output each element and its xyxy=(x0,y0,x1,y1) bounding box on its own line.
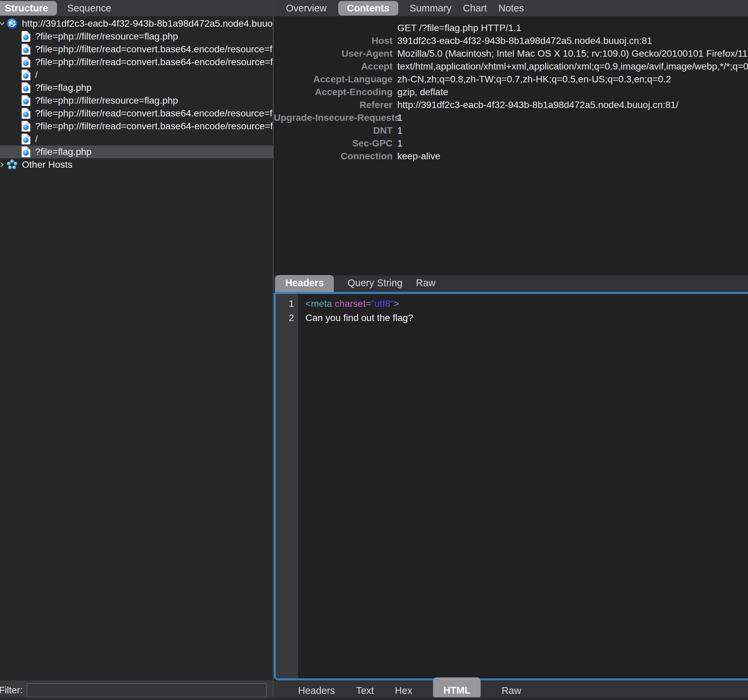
other-hosts-label: Other Hosts xyxy=(22,159,72,170)
tree-item[interactable]: ?file=flag.php xyxy=(0,81,273,94)
code-text: Can you find out the flag? xyxy=(298,311,413,325)
header-row: Accept-Languagezh-CN,zh;q=0.8,zh-TW;q=0.… xyxy=(274,73,748,86)
header-row: Accept-Encodinggzip, deflate xyxy=(274,86,748,99)
request-view-tabbar: HeadersQuery StringRaw xyxy=(274,275,748,292)
request-view-tab-headers[interactable]: Headers xyxy=(275,275,334,292)
tree-item-label: ?file=php://filter/read=convert.base64-e… xyxy=(35,57,273,67)
tree-root-host[interactable]: http://391df2c3-eacb-4f32-943b-8b1a98d47… xyxy=(0,17,273,30)
contents-tabbar: OverviewContentsSummaryChartNotes xyxy=(274,0,748,16)
header-name: Accept xyxy=(274,61,392,72)
header-name: Sec-GPC xyxy=(274,138,392,149)
response-view-tab-text[interactable]: Text xyxy=(356,685,374,696)
tree-item-label: ?file=flag.php xyxy=(35,146,91,157)
header-name: Upgrade-Insecure-Requests xyxy=(274,112,392,123)
response-body-editor[interactable]: 1<meta charset="utf8">2Can you find out … xyxy=(274,292,748,680)
header-value: 1 xyxy=(397,138,403,149)
tree-item-label: / xyxy=(35,70,38,80)
response-view-tab-html[interactable]: HTML xyxy=(433,683,480,698)
line-number: 2 xyxy=(276,311,298,325)
left-tabbar: StructureSequence xyxy=(0,0,273,16)
header-value: 1 xyxy=(397,125,403,136)
code-line: 2Can you find out the flag? xyxy=(276,311,748,325)
tree-item[interactable]: ?file=php://filter/read=convert.base64-e… xyxy=(0,56,273,68)
response-view-tab-raw[interactable]: Raw xyxy=(502,685,521,696)
header-name: Referer xyxy=(274,100,392,110)
header-name: Accept-Encoding xyxy=(274,87,392,97)
header-value: gzip, deflate xyxy=(397,87,448,97)
header-name: Accept-Language xyxy=(274,74,392,85)
code-token: "utf8" xyxy=(371,298,394,309)
header-value: 1 xyxy=(397,112,403,123)
tree-item-label: ?file=php://filter/resource=flag.php xyxy=(35,95,178,106)
tree-item-label: ?file=php://filter/read=convert.base64.e… xyxy=(35,108,273,119)
document-icon xyxy=(21,82,30,93)
tab-summary[interactable]: Summary xyxy=(410,3,452,14)
tree-item[interactable]: / xyxy=(0,133,273,146)
request-headers-view: GET /?file=flag.php HTTP/1.1Host391df2c3… xyxy=(274,16,748,275)
header-name: DNT xyxy=(274,125,392,136)
tree-item-label: ?file=flag.php xyxy=(35,82,91,93)
tab-structure[interactable]: Structure xyxy=(0,1,57,15)
code-token: <meta xyxy=(306,298,332,309)
tab-contents[interactable]: Contents xyxy=(338,1,398,15)
header-row: Sec-GPC1 xyxy=(274,137,748,150)
header-row: User-AgentMozilla/5.0 (Macintosh; Intel … xyxy=(274,47,748,60)
tree-item[interactable]: ?file=php://filter/resource=flag.php xyxy=(0,30,273,43)
header-value: keep-alive xyxy=(397,151,441,162)
panel-split-handle[interactable] xyxy=(273,0,274,700)
tree-item[interactable]: ?file=php://filter/resource=flag.php xyxy=(0,94,273,107)
code-token: charset xyxy=(334,298,366,309)
header-row: Upgrade-Insecure-Requests1 xyxy=(274,111,748,124)
tree-item-label: / xyxy=(35,134,38,144)
tree-item-label: ?file=php://filter/resource=flag.php xyxy=(35,31,178,42)
filter-label: Filter: xyxy=(0,685,27,695)
header-value: http://391df2c3-eacb-4f32-943b-8b1a98d47… xyxy=(397,100,678,110)
document-icon xyxy=(21,70,30,80)
tree-item-label: ?file=php://filter/read=convert.base64-e… xyxy=(35,121,273,132)
tree-item[interactable]: ?file=php://filter/read=convert.base64-e… xyxy=(0,120,273,133)
tree-root-label: http://391df2c3-eacb-4f32-943b-8b1a98d47… xyxy=(22,18,273,29)
header-name: Host xyxy=(274,35,392,46)
code-token: > xyxy=(394,298,399,309)
proxy-app-window: StructureSequence http://391df2c3-eacb-4… xyxy=(0,0,748,700)
code-token: Can you find out the flag? xyxy=(306,313,413,323)
tab-chart[interactable]: Chart xyxy=(463,3,487,14)
document-icon xyxy=(21,121,30,132)
document-icon xyxy=(21,95,30,106)
chevron-down-icon[interactable] xyxy=(0,21,5,27)
response-view-tab-headers[interactable]: Headers xyxy=(298,685,335,696)
header-value: 391df2c3-eacb-4f32-943b-8b1a98d472a5.nod… xyxy=(397,35,652,46)
tree-item-label: ?file=php://filter/read=convert.base64.e… xyxy=(35,44,273,55)
tree-other-hosts[interactable]: Other Hosts xyxy=(0,158,273,171)
header-row: Host391df2c3-eacb-4f32-943b-8b1a98d472a5… xyxy=(274,35,748,47)
filter-bar: Filter: xyxy=(0,680,273,700)
globe-icon xyxy=(6,18,18,29)
header-row: Refererhttp://391df2c3-eacb-4f32-943b-8b… xyxy=(274,99,748,111)
code-token: = xyxy=(366,298,371,309)
tab-sequence[interactable]: Sequence xyxy=(67,3,111,14)
request-view-tab-raw[interactable]: Raw xyxy=(416,278,435,289)
document-icon xyxy=(21,108,30,119)
right-panel: OverviewContentsSummaryChartNotes GET /?… xyxy=(274,0,748,700)
response-view-tab-hex[interactable]: Hex xyxy=(395,685,412,696)
left-panel: StructureSequence http://391df2c3-eacb-4… xyxy=(0,0,273,700)
header-value: text/html,application/xhtml+xml,applicat… xyxy=(397,61,748,72)
tree-item[interactable]: / xyxy=(0,68,273,81)
tab-overview[interactable]: Overview xyxy=(286,3,327,14)
structure-tree: http://391df2c3-eacb-4f32-943b-8b1a98d47… xyxy=(0,16,273,680)
tree-item[interactable]: ?file=flag.php xyxy=(0,146,273,158)
document-icon xyxy=(21,146,30,157)
request-view-tab-query-string[interactable]: Query String xyxy=(347,278,402,289)
document-icon xyxy=(21,31,30,42)
filter-input[interactable] xyxy=(27,683,267,697)
response-body-code: 1<meta charset="utf8">2Can you find out … xyxy=(276,294,748,679)
chevron-right-icon[interactable] xyxy=(0,162,5,168)
cluster-icon xyxy=(6,159,18,170)
line-number: 1 xyxy=(276,297,298,311)
header-name: Connection xyxy=(274,151,392,162)
tree-item[interactable]: ?file=php://filter/read=convert.base64.e… xyxy=(0,43,273,56)
request-line-row: GET /?file=flag.php HTTP/1.1 xyxy=(274,21,748,35)
tree-item[interactable]: ?file=php://filter/read=convert.base64.e… xyxy=(0,107,273,120)
tab-notes[interactable]: Notes xyxy=(499,3,524,14)
document-icon xyxy=(21,44,30,55)
